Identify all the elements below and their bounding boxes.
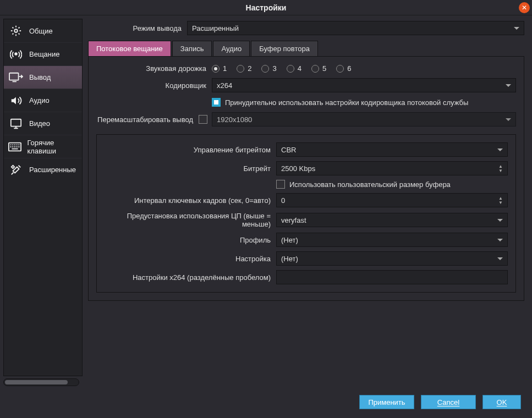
chevron-down-icon bbox=[497, 219, 503, 222]
sidebar-item-label: Аудио bbox=[29, 96, 50, 105]
tune-select[interactable]: (Нет) bbox=[276, 251, 508, 266]
enforce-encoder-checkbox[interactable] bbox=[212, 98, 221, 107]
dialog-footer: Применить Cancel OK bbox=[0, 389, 532, 415]
keyint-input[interactable]: 0 ▲▼ bbox=[276, 193, 508, 207]
audio-track-2[interactable]: 2 bbox=[237, 64, 251, 73]
streaming-panel: Звуковая дорожка 1 2 3 4 5 6 Кодировщик … bbox=[88, 56, 524, 301]
spin-up-icon[interactable]: ▲ bbox=[498, 164, 503, 168]
x264opts-label: Настройки x264 (разделённые пробелом) bbox=[105, 273, 276, 282]
profile-select[interactable]: (Нет) bbox=[276, 233, 508, 247]
speaker-icon bbox=[8, 93, 24, 108]
chevron-down-icon bbox=[506, 84, 511, 87]
ok-button[interactable]: OK bbox=[482, 395, 521, 409]
sidebar-item-stream[interactable]: Вещание bbox=[4, 42, 82, 65]
sidebar-item-general[interactable]: Общие bbox=[4, 19, 82, 42]
chevron-down-icon bbox=[506, 118, 511, 121]
sidebar-item-label: Расширенные bbox=[29, 166, 76, 174]
monitor-icon bbox=[8, 116, 24, 131]
rescale-label: Перемасштабировать вывод bbox=[96, 116, 199, 124]
encoder-value: x264 bbox=[217, 81, 232, 90]
enforce-encoder-label: Принудительно использовать настройки код… bbox=[225, 98, 468, 107]
rescale-select[interactable]: 1920x1080 bbox=[212, 112, 516, 127]
audio-track-5[interactable]: 5 bbox=[311, 64, 326, 73]
rescale-value: 1920x1080 bbox=[217, 116, 252, 124]
sidebar-item-hotkeys[interactable]: Горячие клавиши bbox=[4, 135, 82, 158]
window-title: Настройки bbox=[246, 3, 287, 12]
tune-label: Настройка bbox=[105, 255, 276, 263]
chevron-down-icon bbox=[497, 257, 503, 260]
preset-label: Предустановка использования ЦП (выше = м… bbox=[105, 212, 276, 228]
apply-button[interactable]: Применить bbox=[359, 395, 414, 409]
tab-audio[interactable]: Аудио bbox=[213, 41, 250, 56]
chevron-down-icon bbox=[497, 148, 503, 151]
sidebar-item-label: Вещание bbox=[29, 50, 60, 58]
output-icon bbox=[8, 70, 24, 85]
tab-replay-buffer[interactable]: Буфер повтора bbox=[251, 41, 318, 56]
rate-control-label: Управление битрейтом bbox=[105, 146, 276, 154]
keyint-label: Интервал ключевых кадров (сек, 0=авто) bbox=[105, 196, 276, 205]
output-mode-label: Режим вывода bbox=[88, 24, 187, 32]
sidebar-item-label: Горячие клавиши bbox=[27, 139, 78, 155]
chevron-down-icon bbox=[497, 239, 503, 241]
audio-track-4[interactable]: 4 bbox=[287, 64, 301, 73]
output-mode-value: Расширенный bbox=[192, 24, 239, 32]
spin-down-icon[interactable]: ▼ bbox=[498, 169, 503, 173]
chevron-down-icon bbox=[514, 27, 519, 30]
tab-streaming[interactable]: Потоковое вещание bbox=[88, 41, 171, 56]
sidebar-item-audio[interactable]: Аудио bbox=[4, 89, 82, 112]
audio-track-radios: 1 2 3 4 5 6 bbox=[212, 64, 516, 73]
cancel-button[interactable]: Cancel bbox=[421, 395, 476, 409]
audio-track-6[interactable]: 6 bbox=[336, 64, 351, 73]
rescale-checkbox[interactable] bbox=[199, 115, 207, 124]
spin-down-icon[interactable]: ▼ bbox=[498, 201, 503, 205]
titlebar: Настройки ✕ bbox=[0, 0, 532, 15]
custom-buffer-checkbox[interactable] bbox=[276, 180, 285, 189]
sidebar-item-label: Видео bbox=[29, 119, 50, 128]
output-mode-select[interactable]: Расширенный bbox=[187, 21, 524, 35]
close-icon[interactable]: ✕ bbox=[519, 2, 530, 13]
tools-icon bbox=[8, 162, 24, 178]
encoder-label: Кодировщик bbox=[96, 81, 212, 90]
audio-track-label: Звуковая дорожка bbox=[96, 64, 212, 73]
sidebar-scrollbar[interactable] bbox=[3, 378, 79, 386]
bitrate-label: Битрейт bbox=[105, 164, 276, 173]
svg-rect-2 bbox=[9, 73, 19, 80]
custom-buffer-label: Использовать пользовательский размер буф… bbox=[289, 180, 451, 189]
audio-track-3[interactable]: 3 bbox=[261, 64, 276, 73]
svg-point-0 bbox=[14, 29, 18, 32]
sidebar-item-label: Вывод bbox=[29, 73, 51, 81]
sidebar-item-label: Общие bbox=[29, 27, 53, 35]
encoder-select[interactable]: x264 bbox=[212, 78, 516, 92]
profile-label: Профиль bbox=[105, 236, 276, 244]
svg-rect-3 bbox=[11, 119, 21, 126]
preset-select[interactable]: veryfast bbox=[276, 213, 508, 227]
sidebar-item-advanced[interactable]: Расширенные bbox=[4, 158, 82, 181]
output-tabs: Потоковое вещание Запись Аудио Буфер пов… bbox=[88, 41, 524, 56]
bitrate-input[interactable]: 2500 Kbps ▲▼ bbox=[276, 161, 508, 175]
sidebar: Общие Вещание Вывод Аудио bbox=[0, 15, 83, 389]
broadcast-icon bbox=[8, 47, 24, 62]
encoder-settings-panel: Управление битрейтом CBR Битрейт 2500 Kb… bbox=[96, 134, 516, 293]
gear-icon bbox=[8, 23, 24, 38]
keyboard-icon bbox=[8, 139, 21, 155]
sidebar-item-video[interactable]: Видео bbox=[4, 112, 82, 135]
svg-point-1 bbox=[15, 53, 17, 55]
main-panel: Режим вывода Расширенный Потоковое вещан… bbox=[83, 15, 532, 389]
x264opts-input[interactable] bbox=[276, 270, 508, 284]
rate-control-select[interactable]: CBR bbox=[276, 142, 508, 157]
spin-up-icon[interactable]: ▲ bbox=[498, 196, 503, 200]
audio-track-1[interactable]: 1 bbox=[212, 64, 227, 73]
sidebar-item-output[interactable]: Вывод bbox=[4, 65, 82, 89]
tab-recording[interactable]: Запись bbox=[172, 41, 212, 56]
